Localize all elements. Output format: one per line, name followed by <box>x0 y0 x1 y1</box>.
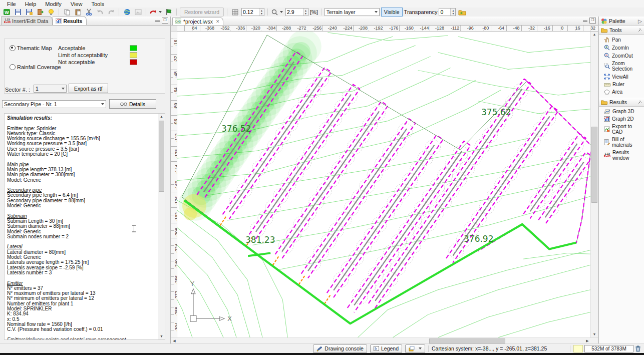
pin-icon[interactable] <box>638 100 642 104</box>
paste-icon[interactable] <box>73 8 83 17</box>
cut-icon[interactable] <box>84 8 94 17</box>
simulate-icon[interactable] <box>149 8 162 17</box>
results-window[interactable]: 1,23E+03 Results window <box>599 149 644 162</box>
menu-view[interactable]: View <box>67 1 87 8</box>
tool-viewall[interactable]: ViewAll <box>599 73 644 81</box>
grid-icon[interactable] <box>230 8 240 17</box>
menu-file[interactable]: File <box>3 1 20 8</box>
export-project-icon[interactable] <box>35 8 45 17</box>
glasses-icon <box>120 102 127 106</box>
editor-maximize-button[interactable]: ❒ <box>589 18 596 24</box>
canvas-vertical-scrollbar[interactable]: ▲ ▼ <box>590 32 598 337</box>
layers-dropdown[interactable] <box>405 344 425 353</box>
save-as-icon[interactable] <box>24 8 34 17</box>
new-wizard-icon[interactable]: W <box>2 8 12 17</box>
origin-axis-icon: Y X <box>190 280 232 322</box>
tool-area[interactable]: Area <box>599 88 644 96</box>
drawing-canvas[interactable]: Y X 376.52 375.62 381.23 376.92 <box>177 32 590 337</box>
v-ruler-tick: -16 <box>173 39 177 47</box>
results-bill-of-materials[interactable]: Bill of materials <box>599 136 644 149</box>
status-bar: Drawing console Legend Cartesian system:… <box>0 343 644 353</box>
zoom-out-icon <box>604 53 610 59</box>
simulation-results-box[interactable]: Simulation results: Emitter type: Sprink… <box>4 113 165 340</box>
results-scrollbar[interactable]: ▲ ▼ <box>158 114 165 339</box>
drawing-console-button[interactable]: Drawing console <box>313 344 367 353</box>
visible-button[interactable]: Visible <box>381 8 403 17</box>
image-icon[interactable] <box>133 8 143 17</box>
results-export-cad[interactable]: Export to CAD <box>599 123 644 136</box>
results-graph-2d[interactable]: Graph 2D <box>599 115 644 123</box>
close-tab-icon[interactable]: ✕ <box>216 19 220 24</box>
grid-size-input[interactable] <box>242 9 259 15</box>
transparency-spinner[interactable]: ▲▼ <box>439 8 456 16</box>
results-section-header[interactable]: Results <box>599 98 644 107</box>
tool-pan[interactable]: Pan <box>599 36 644 44</box>
expand-palette-icon[interactable]: ▷ <box>638 18 642 24</box>
svg-text:X: X <box>227 315 232 322</box>
v-ruler-tick: -32 <box>173 55 177 63</box>
h-ruler-tick: -32 <box>527 26 536 31</box>
h-ruler-tick: -320 <box>250 26 261 31</box>
menu-help[interactable]: Help <box>21 1 41 8</box>
limit-color-swatch <box>130 52 137 58</box>
layer-folder-icon[interactable] <box>457 8 467 17</box>
h-ruler-tick: -208 <box>358 26 369 31</box>
thematic-map-radio[interactable]: Thematic Map <box>10 45 52 51</box>
vertical-ruler: -16-32-48-64-80-96-112-128-144-160-176-1… <box>171 32 177 337</box>
h-ruler-tick: -96 <box>466 26 475 31</box>
transparency-input[interactable] <box>439 9 450 15</box>
h-ruler-tick: -112 <box>450 26 460 31</box>
svg-text:Y: Y <box>190 280 194 287</box>
zoom-tool-icon[interactable] <box>271 8 284 17</box>
lamp-icon[interactable] <box>46 8 56 17</box>
zoom-level-input[interactable] <box>286 9 303 15</box>
tool-zoom-selection[interactable]: Zoom Selection <box>599 60 644 73</box>
tab-results[interactable]: Results <box>53 16 87 25</box>
h-ruler-tick: -128 <box>434 26 445 31</box>
menu-modify[interactable]: Modify <box>41 1 65 8</box>
copy-icon[interactable] <box>62 8 72 17</box>
legend-limit: Limit of acceptability <box>58 52 108 58</box>
pipe-select[interactable]: Secondary Pipe - Nr. 1 <box>2 100 106 108</box>
rainfall-coverage-radio[interactable]: Rainfall Coverage <box>10 64 61 70</box>
h-ruler-tick: -368 <box>204 26 215 31</box>
h-ruler-tick: -352 <box>220 26 231 31</box>
palette-header[interactable]: Palette ▷ <box>599 17 644 26</box>
grid-size-spinner[interactable]: ▲▼ <box>241 8 264 16</box>
undo-icon[interactable] <box>95 8 105 17</box>
verify-icon[interactable] <box>164 8 173 17</box>
sector-select[interactable]: 1 <box>34 85 67 93</box>
export-rtf-button[interactable]: Export as rtf <box>69 84 108 93</box>
trash-icon[interactable] <box>635 345 641 352</box>
h-ruler-tick: 16 <box>574 26 581 31</box>
h-ruler-tick: -160 <box>404 26 415 31</box>
h-ruler-tick: -272 <box>296 26 307 31</box>
legend-icon <box>374 346 379 351</box>
tool-zoomin[interactable]: ZoomIn <box>599 44 644 52</box>
palette-panel: Palette ▷ Tools Pan ZoomIn ZoomOut <box>598 17 644 344</box>
redo-icon[interactable] <box>106 8 116 17</box>
details-button[interactable]: Details <box>109 99 156 109</box>
layer-select[interactable]: Terrain layer <box>325 8 380 16</box>
tool-ruler[interactable]: Ruler <box>599 81 644 88</box>
save-icon[interactable] <box>13 8 23 17</box>
tool-zoomout[interactable]: ZoomOut <box>599 52 644 60</box>
editor-minimize-button[interactable] <box>583 18 587 22</box>
zoom-level-spinner[interactable]: ▲▼ <box>285 8 308 16</box>
results-graph-3d[interactable]: Graph 3D <box>599 108 644 115</box>
folder-icon <box>601 28 607 33</box>
tools-section-header[interactable]: Tools <box>599 26 644 35</box>
sector-label: Sector #. : <box>5 87 30 93</box>
tab-insert-edit-data[interactable]: 1,23E+03 Insert/Edit Data <box>1 16 53 25</box>
panel-maximize-button[interactable]: ❒ <box>162 18 168 24</box>
memory-indicator[interactable]: 532M of 3783M <box>584 345 633 352</box>
restore-wizard-button[interactable]: Restore wizard <box>180 8 224 17</box>
pin-icon[interactable] <box>638 28 642 32</box>
legend-button[interactable]: Legend <box>370 344 402 353</box>
panel-minimize-button[interactable] <box>155 18 160 22</box>
tools-items: Pan ZoomIn ZoomOut Zoom Selection ViewAl… <box>599 35 644 98</box>
project-tab[interactable]: CAD *project.iwsx ✕ <box>172 17 223 25</box>
h-ruler-tick: -288 <box>281 26 292 31</box>
google-earth-icon[interactable] <box>122 8 132 17</box>
menu-tools[interactable]: Tools <box>87 1 108 8</box>
